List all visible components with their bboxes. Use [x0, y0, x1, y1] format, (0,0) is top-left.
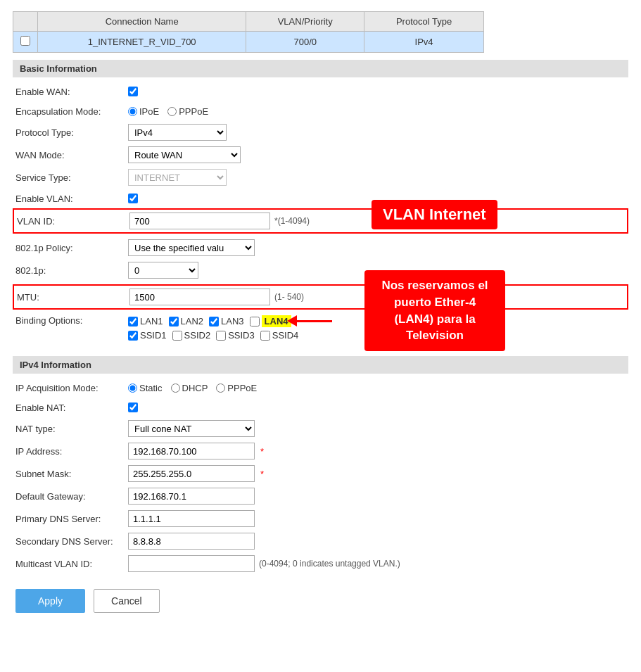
nat-type-select[interactable]: Full cone NAT Symmetric NAT Restricted c…	[128, 420, 255, 437]
ssid1-checkbox[interactable]	[128, 331, 138, 341]
lan2-option[interactable]: LAN2	[169, 316, 204, 327]
vlan-id-input[interactable]	[129, 213, 270, 229]
service-type-label: Service Type:	[15, 172, 128, 183]
lan3-option[interactable]: LAN3	[209, 316, 244, 327]
primary-dns-input[interactable]	[128, 510, 255, 527]
vlan-priority-header: VLAN/Priority	[246, 12, 364, 32]
protocol-type-select[interactable]: IPv4 IPv6 IPv4/IPv6	[128, 124, 227, 141]
vlan-id-label: VLAN ID:	[17, 216, 129, 227]
pppoe-acq-radio[interactable]	[216, 383, 225, 393]
secondary-dns-label: Secondary DNS Server:	[15, 536, 128, 547]
vlan-priority-cell: 700/0	[246, 32, 364, 53]
connection-name-header: Connection Name	[38, 12, 246, 32]
cancel-button[interactable]: Cancel	[94, 589, 160, 613]
subnet-mask-label: Subnet Mask:	[15, 469, 128, 479]
row-checkbox-cell[interactable]	[13, 32, 38, 53]
ipv4-info-header: IPv4 Information	[13, 356, 628, 374]
enable-nat-label: Enable NAT:	[15, 402, 128, 413]
secondary-dns-input[interactable]	[128, 533, 255, 550]
protocol-type-row: Protocol Type: IPv4 IPv6 IPv4/IPv6	[13, 121, 628, 144]
subnet-mask-input[interactable]	[128, 465, 255, 482]
protocol-type-cell: IPv4	[364, 32, 484, 53]
ssid2-option[interactable]: SSID2	[172, 330, 211, 341]
policy-802p-label: 802.1p Policy:	[15, 243, 128, 253]
service-type-select[interactable]: INTERNET OTHER	[128, 169, 227, 186]
ipoe-radio-label[interactable]: IPoE	[128, 106, 159, 117]
ssid1-option[interactable]: SSID1	[128, 330, 167, 341]
enable-nat-row: Enable NAT:	[13, 398, 628, 417]
encapsulation-mode-label: Encapsulation Mode:	[15, 106, 128, 117]
lan3-checkbox[interactable]	[209, 317, 219, 327]
vlan-id-hint: *(1-4094)	[274, 216, 310, 226]
ip-address-label: IP Address:	[15, 446, 128, 457]
connection-table: Connection Name VLAN/Priority Protocol T…	[13, 11, 484, 53]
policy-802p-select[interactable]: Use the specified valu Copy from inner t…	[128, 239, 255, 256]
ssid4-checkbox[interactable]	[260, 331, 270, 341]
dhcp-radio[interactable]	[171, 383, 180, 393]
static-radio[interactable]	[128, 383, 137, 393]
mtu-label: MTU:	[17, 292, 129, 303]
protocol-type-label: Protocol Type:	[15, 127, 128, 138]
ip-address-row: IP Address: *	[13, 440, 628, 462]
ssid4-option[interactable]: SSID4	[260, 330, 299, 341]
table-row[interactable]: 1_INTERNET_R_VID_700 700/0 IPv4	[13, 32, 484, 53]
wan-mode-label: WAN Mode:	[15, 150, 128, 160]
default-gateway-input[interactable]	[128, 488, 255, 505]
enable-vlan-checkbox[interactable]	[128, 194, 138, 203]
binding-options-label: Binding Options:	[15, 315, 128, 326]
multicast-vlan-row: Multicast VLAN ID: (0-4094; 0 indicates …	[13, 552, 628, 575]
lan4-checkbox[interactable]	[250, 317, 260, 327]
checkbox-col-header	[13, 12, 38, 32]
enable-vlan-label: Enable VLAN:	[15, 194, 128, 204]
service-type-row: Service Type: INTERNET OTHER	[13, 166, 628, 189]
multicast-vlan-label: Multicast VLAN ID:	[15, 559, 128, 569]
default-gateway-row: Default Gateway:	[13, 485, 628, 507]
basic-info-header: Basic Information	[13, 60, 628, 77]
primary-dns-label: Primary DNS Server:	[15, 514, 128, 524]
pppoe-radio-label[interactable]: PPPoE	[167, 106, 208, 117]
encapsulation-radio-group: IPoE PPPoE	[128, 106, 208, 117]
ip-acquisition-row: IP Acquisition Mode: Static DHCP PPPoE	[13, 378, 628, 398]
primary-dns-row: Primary DNS Server:	[13, 507, 628, 530]
pppoe-acq-radio-label[interactable]: PPPoE	[216, 383, 257, 393]
enable-wan-label: Enable WAN:	[15, 87, 128, 97]
nat-type-label: NAT type:	[15, 424, 128, 434]
mtu-input[interactable]	[129, 289, 270, 305]
vlan-id-row: VLAN ID: *(1-4094)	[13, 208, 628, 234]
enable-vlan-row: Enable VLAN:	[13, 189, 628, 208]
enable-nat-checkbox[interactable]	[128, 402, 138, 412]
ip-required-star: *	[260, 446, 264, 457]
multicast-vlan-input[interactable]	[128, 555, 255, 572]
secondary-dns-row: Secondary DNS Server:	[13, 530, 628, 552]
802p-label: 802.1p:	[15, 265, 128, 276]
nat-type-row: NAT type: Full cone NAT Symmetric NAT Re…	[13, 417, 628, 440]
ip-acquisition-label: IP Acquisition Mode:	[15, 383, 128, 393]
mtu-row: MTU: (1- 540)	[13, 284, 628, 310]
lan1-option[interactable]: LAN1	[128, 316, 163, 327]
button-row: Apply Cancel	[13, 589, 628, 613]
pppoe-radio[interactable]	[167, 107, 177, 116]
ip-address-input[interactable]	[128, 443, 255, 459]
subnet-mask-row: Subnet Mask: *	[13, 462, 628, 485]
lan4-option[interactable]: LAN4	[250, 315, 291, 327]
encapsulation-mode-row: Encapsulation Mode: IPoE PPPoE	[13, 101, 628, 121]
ipoe-radio[interactable]	[128, 107, 137, 116]
enable-wan-row: Enable WAN:	[13, 82, 628, 101]
mtu-hint: (1- 540)	[274, 292, 304, 302]
policy-802p-row: 802.1p Policy: Use the specified valu Co…	[13, 236, 628, 259]
wan-mode-select[interactable]: Route WAN Bridge WAN	[128, 146, 241, 163]
lan2-checkbox[interactable]	[169, 317, 179, 327]
enable-wan-checkbox[interactable]	[128, 87, 138, 96]
802p-row: 802.1p: 0123 4567	[13, 259, 628, 281]
subnet-required-star: *	[260, 469, 264, 479]
row-checkbox[interactable]	[20, 36, 30, 46]
ssid3-option[interactable]: SSID3	[216, 330, 255, 341]
ssid2-checkbox[interactable]	[172, 331, 182, 341]
lan4-annotation: Nos reservamos el puerto Ether-4 (LAN4) …	[364, 270, 505, 351]
ssid3-checkbox[interactable]	[216, 331, 226, 341]
lan1-checkbox[interactable]	[128, 317, 138, 327]
802p-select[interactable]: 0123 4567	[128, 262, 198, 279]
apply-button[interactable]: Apply	[15, 589, 85, 613]
static-radio-label[interactable]: Static	[128, 383, 163, 393]
dhcp-radio-label[interactable]: DHCP	[171, 383, 208, 393]
